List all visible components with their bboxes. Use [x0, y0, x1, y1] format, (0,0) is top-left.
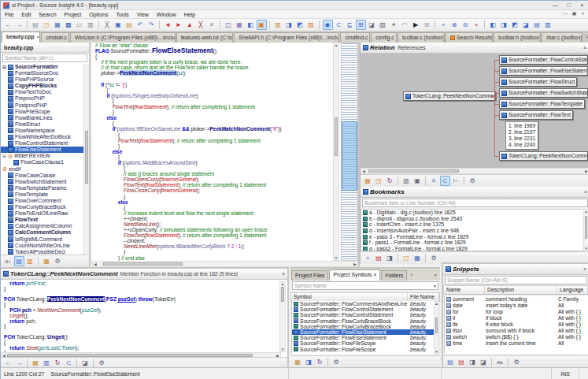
relation-save-icon[interactable]: ▦ [363, 176, 373, 186]
snippet-name-input[interactable] [445, 276, 587, 284]
layout-2-icon[interactable]: ◨ [499, 20, 509, 30]
context-window-icon[interactable]: ⊑ [345, 20, 355, 30]
relation-node[interactable]: SourceFormatter::FlowStruct [499, 77, 577, 87]
menu-item-window[interactable]: Window [153, 10, 180, 19]
relation-window-icon[interactable]: ⊂ [334, 20, 344, 30]
bookmark-item[interactable]: b - dlgnoti - dlgprop.c (toolbox) line 2… [361, 216, 583, 222]
symbol-row[interactable]: SourceFormatter::FlowFileScopebeauty. [292, 347, 434, 352]
relation-new-icon[interactable]: ◳ [374, 176, 384, 186]
symbol-row[interactable]: SourceFormatter::FlowControlStatementbea… [292, 307, 434, 312]
bookmark-search-input[interactable] [362, 199, 588, 207]
tree-item[interactable]: FlowStruct [1, 121, 83, 128]
file-tab[interactable]: cmdfind.c [340, 32, 370, 43]
delete-bookmark-icon[interactable]: ▤ [374, 253, 384, 263]
prev-symbol-icon[interactable]: ⊖ [460, 20, 471, 30]
tree-item[interactable]: FlowElseStatement [1, 147, 83, 153]
clip-window-icon[interactable]: ✦ [389, 20, 399, 30]
bookmark-item[interactable]: d - InsertIsInAutoPair - insert.c line 9… [361, 228, 583, 234]
browser-window-icon[interactable]: ▨ [306, 20, 316, 30]
minimap-viewport[interactable] [342, 121, 357, 191]
context-close-icon[interactable]: × [282, 271, 285, 277]
line-reference[interactable]: 1. line 1969 [508, 123, 535, 129]
tree-item[interactable]: FlowFileScope [1, 109, 83, 115]
menu-item-file[interactable]: File [1, 10, 17, 19]
new-snippet-icon[interactable]: ▤ [446, 357, 456, 367]
tab-close-icon[interactable]: × [372, 272, 377, 277]
tree-expand-icon[interactable]: ⊟ [2, 64, 8, 70]
snippets-close-icon[interactable]: × [583, 266, 586, 272]
full-screen-icon[interactable]: ▣ [257, 20, 267, 30]
symbol-tree-scrollbar[interactable] [83, 64, 89, 255]
new-file-icon[interactable]: ▤ [31, 20, 41, 30]
tree-item[interactable]: FlowWhileAfterDoBlock [1, 134, 83, 140]
add-symbol-icon[interactable]: + [438, 20, 449, 30]
edit-snippet-icon[interactable]: ◨ [468, 357, 478, 367]
relation-node[interactable]: SourceFormatter::FlowTemplate [499, 99, 585, 109]
column-header[interactable]: Symbol [291, 293, 408, 301]
add-bookmark-icon[interactable]: + [363, 253, 373, 263]
project-symbol-input[interactable] [292, 281, 438, 290]
files-window-icon[interactable]: ◨ [284, 20, 294, 30]
layout-1-icon[interactable]: ◧ [488, 20, 498, 30]
file-tab[interactable]: features-web.txt (C:\si) [176, 32, 234, 43]
symbols-panel-close-icon[interactable]: × [434, 273, 437, 277]
context-relation-icon[interactable]: ⊂ [64, 358, 74, 368]
context-book-icon[interactable]: ▥ [42, 358, 52, 368]
editor-code[interactable]: // Flow an "else" clauseFLAG SourceForma… [95, 43, 333, 261]
delete-snippet-icon[interactable]: ▤ [457, 357, 467, 367]
remove-symbol-icon[interactable]: × [472, 20, 482, 30]
file-tab[interactable]: WinUser.h (C:\Program Files (x86)\...\in… [70, 32, 176, 43]
tree-item[interactable]: FlowOverComment [1, 198, 83, 204]
web-icon[interactable]: ◠ [400, 20, 410, 30]
menu-item-edit[interactable]: Edit [17, 10, 35, 19]
tree-item[interactable]: FormatSourceDoc [1, 70, 83, 76]
symbol-row[interactable]: SourceFormatter::FlowCurlyBraceBlockbeau… [292, 318, 434, 324]
tree-item[interactable]: CalcCommentColumn [1, 229, 83, 236]
file-tab[interactable]: toolbar.h (toolbox) [494, 32, 541, 43]
context-refresh-icon[interactable]: ↻ [53, 358, 63, 368]
line-reference[interactable]: 2. line 2197 [508, 129, 535, 136]
relation-print-icon[interactable]: ▥ [401, 176, 412, 186]
file-tab[interactable]: toolbar.c (toolbox) [398, 32, 445, 43]
snippet-props-icon[interactable]: ◪ [479, 357, 489, 367]
panel-tab[interactable]: Project Symbols × [329, 269, 380, 281]
context-save-icon[interactable]: ▦ [31, 358, 41, 368]
tab-close-icon[interactable]: × [36, 35, 39, 39]
sort-alpha-icon[interactable]: A↕ [3, 256, 13, 266]
symbol-row[interactable]: SourceFormatter::FlowElseStatementbeauty… [292, 335, 434, 340]
relation-graph[interactable]: TokerCLang::PeekNextNonCommentSourceForm… [361, 54, 588, 168]
panel-tab[interactable]: Folders [381, 270, 407, 281]
preview-icon[interactable]: ▧ [378, 20, 388, 30]
tree-item[interactable]: FlowTemplateParams [1, 185, 83, 191]
snippet-row[interactable]: switchswitch ($i$) { }All with { } [445, 334, 588, 340]
menu-item-help[interactable]: Help [180, 10, 199, 19]
symbol-row[interactable]: SourceFormatter::FlowCurlyBraceBlockbeau… [292, 324, 434, 329]
snippet-row[interactable]: timeinsert the current timeAll [445, 340, 588, 347]
tree-item[interactable]: FlowCurlyBraceBlock [1, 204, 83, 210]
tree-item[interactable]: ⊟SourceFormatter [1, 64, 83, 70]
back-icon[interactable]: ← [3, 20, 13, 30]
next-symbol-icon[interactable]: ⊕ [449, 20, 460, 30]
code-editor[interactable]: // Flow an "else" clauseFLAG SourceForma… [92, 43, 360, 267]
sidebar-settings-icon[interactable]: ⚙ [53, 256, 63, 266]
save-icon[interactable]: ▦ [53, 20, 63, 30]
tree-item[interactable]: FlowTextToDoc [1, 89, 83, 95]
symbol-row[interactable]: SourceFormatter::FlowElseStatementbeauty… [292, 329, 434, 335]
xref-icon[interactable]: ╳ [196, 20, 206, 30]
symbol-name-input[interactable] [2, 54, 87, 62]
tile-windows-icon[interactable]: ◫ [224, 20, 234, 30]
link-next-icon[interactable]: ► [174, 20, 184, 30]
copy-icon[interactable]: ▣ [113, 20, 124, 30]
split-window-icon[interactable]: ◧ [246, 20, 256, 30]
expand-abbrev-icon[interactable]: Ab [495, 357, 505, 367]
tree-item[interactable]: PostprocPHP [1, 102, 83, 109]
tree-item[interactable]: FlowCaseClause1 [1, 159, 83, 165]
bookmark-item[interactable]: g - pass2 - FormatLine - format.c line 1… [361, 246, 583, 251]
grid-icon[interactable]: ⊞ [422, 20, 432, 30]
snippet-row[interactable]: ifeif-else blockAll with { } [445, 321, 588, 328]
snippet-row[interactable]: dateinsert today's dateAll [445, 303, 588, 309]
tree-item[interactable]: CopyPHPBlocks [1, 83, 83, 89]
tree-item[interactable]: FlowBlankLines [1, 115, 83, 121]
symbols-scrollbar[interactable]: ▲▼ [434, 301, 439, 355]
rename-bookmark-icon[interactable]: ◨ [385, 253, 395, 263]
